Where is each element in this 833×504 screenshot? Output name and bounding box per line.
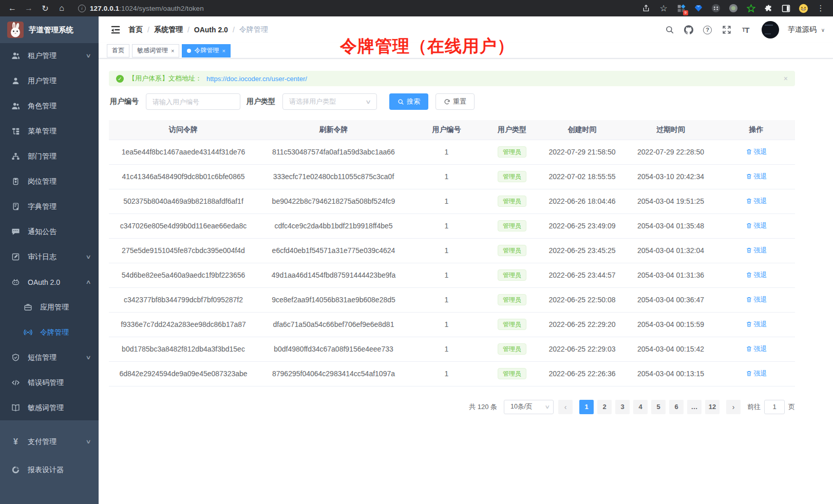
username[interactable]: 芋道源码	[788, 25, 817, 34]
page-button-5[interactable]: 5	[651, 400, 666, 414]
extension-tabs-icon[interactable]: 9	[676, 3, 686, 13]
more-pages-button[interactable]: …	[687, 400, 702, 414]
sidebar-item-audit[interactable]: 审计日志∨	[0, 244, 99, 269]
help-icon[interactable]: ?	[703, 25, 713, 35]
extensions-puzzle-icon[interactable]	[763, 3, 773, 13]
breadcrumb-item[interactable]: OAuth 2.0	[194, 26, 228, 34]
sidebar-item-shield[interactable]: 短信管理∨	[0, 345, 99, 370]
browser-home-button[interactable]: ⌂	[54, 2, 69, 15]
address-bar[interactable]: i 127.0.0.1:1024/system/oauth2/token	[71, 5, 639, 12]
bookmark-star-icon[interactable]: ☆	[658, 3, 669, 13]
sidebar-item-pay[interactable]: ¥支付管理∨	[0, 428, 99, 456]
page-button-6[interactable]: 6	[669, 400, 684, 414]
expire-time-cell: 2022-07-29 22:28:50	[624, 140, 717, 164]
close-icon[interactable]: ×	[171, 48, 174, 54]
tab-item[interactable]: 首页	[107, 44, 129, 57]
force-logout-button[interactable]: 强退	[746, 369, 767, 378]
force-logout-button[interactable]: 强退	[746, 246, 767, 255]
reset-button[interactable]: 重置	[436, 93, 475, 110]
sidebar-item-org[interactable]: 部门管理	[0, 144, 99, 169]
page-button-2[interactable]: 2	[597, 400, 612, 414]
breadcrumb-item[interactable]: 首页	[128, 25, 143, 34]
sidebar-item-label: 部门管理	[28, 152, 56, 161]
user-avatar[interactable]	[762, 21, 779, 38]
sidebar-fold-icon[interactable]	[110, 24, 121, 35]
browser-reload-button[interactable]: ↻	[38, 2, 52, 15]
table-row: c347026e805e4d99b0d116eae66eda8ccdfc4ce9…	[109, 214, 795, 238]
page-button-12[interactable]: 12	[705, 400, 720, 414]
table-row: 54d6be82ee5a460a9aedc1f9bf22365649d1aa46…	[109, 263, 795, 287]
trash-icon	[746, 173, 752, 180]
extension-recorder-icon[interactable]	[728, 3, 739, 13]
table-row: 275e5de9151045fe87cbdc395e004f4de6cfd40e…	[109, 238, 795, 263]
page-size-select[interactable]: 10条/页 ∨	[504, 400, 554, 414]
fullscreen-icon[interactable]	[722, 25, 732, 35]
extension-green-star-icon[interactable]	[746, 3, 756, 13]
tab-active[interactable]: 令牌管理×	[182, 44, 230, 57]
profile-avatar-icon[interactable]	[798, 3, 808, 13]
prev-page-button[interactable]: ‹	[558, 400, 573, 414]
tab-item[interactable]: 敏感词管理×	[132, 44, 179, 57]
github-icon[interactable]	[684, 25, 694, 35]
close-icon[interactable]: ×	[222, 48, 225, 54]
sidebar-item-users[interactable]: 角色管理	[0, 93, 99, 119]
force-logout-button[interactable]: 强退	[746, 172, 767, 181]
page-button-1[interactable]: 1	[579, 400, 594, 414]
goto-page-input[interactable]	[764, 400, 785, 414]
tab-label: 令牌管理	[194, 46, 219, 55]
share-icon[interactable]	[641, 3, 651, 13]
select-caret-icon: ∨	[365, 99, 371, 105]
sidebar-item-users[interactable]: 租户管理∨	[0, 43, 99, 68]
alert-doc-link[interactable]: https://doc.iocoder.cn/user-center/	[206, 75, 307, 83]
extension-dark-circle-icon[interactable]	[711, 3, 721, 13]
next-page-button[interactable]: ›	[726, 400, 741, 414]
sidebar-item-dict[interactable]: 字典管理	[0, 194, 99, 219]
force-logout-button[interactable]: 强退	[746, 344, 767, 354]
breadcrumb-item[interactable]: 系统管理	[154, 25, 183, 34]
breadcrumb-separator: /	[233, 26, 235, 34]
table-row: b0d1785bc3a8482f812db4a3f3bd15ecb0df4980…	[109, 337, 795, 361]
sidebar-logo[interactable]: 芋道管理系统	[0, 16, 99, 43]
sidebar-item-label: 短信管理	[28, 353, 56, 362]
browser-back-button[interactable]: ←	[5, 2, 20, 15]
sidebar-item-notice[interactable]: 通知公告	[0, 219, 99, 244]
page-button-4[interactable]: 4	[633, 400, 648, 414]
sidebar-item-code[interactable]: 错误码管理	[0, 370, 99, 395]
created-time-cell: 2022-06-25 22:29:20	[540, 312, 624, 337]
main-area: 令牌管理（在线用户） 首页/系统管理/OAuth 2.0/令牌管理 ? TT	[99, 16, 833, 504]
force-logout-button[interactable]: 强退	[746, 270, 767, 280]
font-size-icon[interactable]: TT	[741, 25, 751, 35]
search-button[interactable]: 搜索	[389, 93, 428, 110]
sidebar-item-tree[interactable]: 菜单管理	[0, 119, 99, 144]
side-panel-icon[interactable]	[781, 3, 791, 13]
force-logout-button[interactable]: 强退	[746, 320, 767, 329]
chevron-down-icon: ∨	[85, 52, 91, 59]
action-cell: 强退	[717, 189, 795, 214]
user-caret-icon[interactable]: ∨	[821, 27, 825, 33]
force-logout-button[interactable]: 强退	[746, 221, 767, 230]
force-logout-button[interactable]: 强退	[746, 295, 767, 304]
user-id-input[interactable]	[146, 93, 240, 110]
force-logout-button[interactable]: 强退	[746, 197, 767, 206]
user-type-select[interactable]: 请选择用户类型 ∨	[282, 93, 377, 110]
access-token-cell: 275e5de9151045fe87cbdc395e004f4d	[109, 238, 258, 263]
browser-menu-icon[interactable]: ⋮	[816, 3, 826, 13]
sidebar-item-oauth[interactable]: OAuth 2.0∧	[0, 269, 99, 295]
sidebar-item-token[interactable]: 令牌管理	[0, 320, 99, 345]
extension-gem-icon[interactable]	[693, 3, 704, 13]
sidebar-item-book[interactable]: 敏感词管理	[0, 395, 99, 420]
user-type-badge: 管理员	[498, 294, 526, 305]
user-id-cell: 1	[409, 214, 484, 238]
browser-forward-button[interactable]: →	[22, 2, 36, 15]
force-logout-button[interactable]: 强退	[746, 147, 767, 157]
page-button-3[interactable]: 3	[615, 400, 630, 414]
alert-close-icon[interactable]: ×	[784, 74, 788, 83]
site-info-icon[interactable]: i	[78, 5, 86, 12]
sidebar-item-post[interactable]: 岗位管理	[0, 169, 99, 194]
sidebar-item-app[interactable]: 应用管理	[0, 295, 99, 320]
column-header-access: 访问令牌	[109, 120, 258, 140]
sidebar: 芋道管理系统 租户管理∨用户管理角色管理菜单管理部门管理岗位管理字典管理通知公告…	[0, 16, 99, 504]
sidebar-item-report[interactable]: 报表设计器	[0, 456, 99, 484]
search-icon[interactable]	[665, 25, 675, 35]
sidebar-item-user[interactable]: 用户管理	[0, 68, 99, 93]
